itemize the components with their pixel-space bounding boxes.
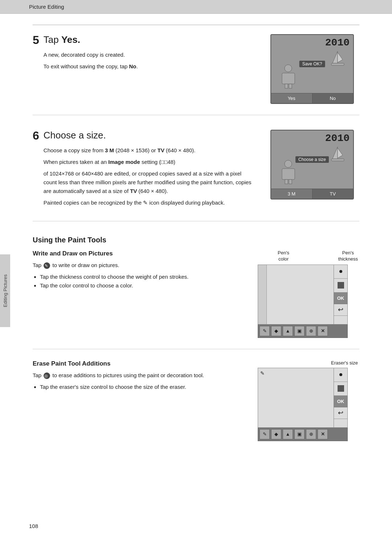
step6-title: Choose a size. xyxy=(44,130,254,141)
step6-right: 2010 Choose a size 3 M xyxy=(265,130,359,200)
step5-btn-yes[interactable]: Yes xyxy=(271,93,313,103)
step5-right: 2010 Save OK? xyxy=(265,34,359,104)
svg-point-0 xyxy=(285,65,292,72)
toolbar-close[interactable]: ✕ xyxy=(318,326,328,336)
erase-inner: Erase Paint Tool Additions Tap to erase … xyxy=(33,360,359,441)
step5-btn-no[interactable]: No xyxy=(313,93,354,103)
page-number: 108 xyxy=(29,523,38,529)
side-tab-label: Editing Pictures xyxy=(3,274,8,307)
erase-diagram: Eraser's size ✎ xyxy=(258,360,359,441)
step6-body2: When pictures taken at an Image mode set… xyxy=(44,158,254,166)
erase-undo-button[interactable]: ↩ xyxy=(334,407,347,419)
erase-bullet1: Tap the eraser's size control to choose … xyxy=(40,383,247,391)
svg-rect-10 xyxy=(289,180,292,184)
step5-screen-label: Save OK? xyxy=(299,61,325,67)
ok-button[interactable]: OK xyxy=(334,293,347,304)
thickness-dot-small[interactable] xyxy=(334,265,347,279)
svg-rect-8 xyxy=(282,169,295,180)
erase-bullet-list: Tap the eraser's size control to choose … xyxy=(40,383,247,391)
paint-tools-section: Using the Paint Tools Write and Draw on … xyxy=(33,236,359,349)
step5-body1: A new, decorated copy is created. xyxy=(44,51,138,59)
step6-left: 6 Choose a size. Choose a copy size from… xyxy=(33,130,265,210)
erase-ok-button[interactable]: OK xyxy=(334,396,347,407)
step6-year: 2010 xyxy=(325,133,350,144)
step6-body: Choose a copy size from 3 M (2048 × 1536… xyxy=(44,146,254,207)
svg-marker-4 xyxy=(332,51,338,63)
toolbar-zoom[interactable]: ⊕ xyxy=(306,326,316,336)
main-content: 5 Tap Yes. A new, decorated copy is crea… xyxy=(18,14,374,452)
erase-canvas: ✎ xyxy=(258,368,334,428)
eraser-size-dot[interactable] xyxy=(334,368,347,382)
svg-rect-1 xyxy=(282,73,295,84)
step5-title: Tap Yes. xyxy=(44,34,138,45)
step6-buttons: 3 M TV xyxy=(271,189,353,199)
paint-canvas: ✎ xyxy=(258,265,334,325)
step6-section: 6 Choose a size. Choose a copy size from… xyxy=(33,130,359,221)
toolbar-frame[interactable]: ▣ xyxy=(294,326,305,336)
top-divider xyxy=(33,25,359,25)
step5-title-text: Tap xyxy=(44,34,61,45)
write-draw-body: Tap to write or draw on pictures. Tap th… xyxy=(33,261,247,290)
paint-tools-text: Write and Draw on Pictures Tap to write … xyxy=(33,250,247,290)
step5-left: 5 Tap Yes. A new, decorated copy is crea… xyxy=(33,34,265,74)
step6-body4: Painted copies can be recognized by the … xyxy=(44,198,254,207)
step6-screen-inner: 2010 Choose a size xyxy=(271,130,353,189)
erase-toolbar-close[interactable]: ✕ xyxy=(318,429,328,439)
paint-tools-title: Using the Paint Tools xyxy=(33,236,359,244)
paint-canvas-area: ✎ OK xyxy=(258,265,359,325)
write-body1: Tap to write or draw on pictures. xyxy=(33,261,247,270)
step6-btn-3m[interactable]: 3 M xyxy=(271,189,313,199)
erase-canvas-pen-icon: ✎ xyxy=(260,370,265,376)
erase-toolbar-pen[interactable]: ✎ xyxy=(260,429,270,439)
step6-body3: of 1024×768 or 640×480 are edited, or cr… xyxy=(44,169,254,196)
eraser-size-label: Eraser's size xyxy=(258,360,359,366)
svg-rect-6 xyxy=(331,63,344,65)
erase-toolbar-eraser[interactable]: ◆ xyxy=(271,429,281,439)
write-bullet2: Tap the color control to choose a color. xyxy=(40,281,247,290)
step5-figure xyxy=(278,64,298,89)
svg-marker-5 xyxy=(338,52,343,63)
svg-rect-13 xyxy=(331,159,344,161)
color-bar xyxy=(258,265,267,324)
step5-body2: To exit without saving the copy, tap No. xyxy=(44,62,138,71)
thickness-square-large[interactable] xyxy=(334,279,347,293)
step5-camera-screen: 2010 Save OK? xyxy=(270,34,354,104)
step5-year: 2010 xyxy=(325,37,350,48)
erase-body1: Tap to erase additions to pictures using… xyxy=(33,371,247,380)
svg-rect-3 xyxy=(289,84,292,88)
step5-title-bold: Yes. xyxy=(61,34,80,45)
step5-body: A new, decorated copy is created. To exi… xyxy=(44,51,138,71)
toolbar-stamp[interactable]: ▲ xyxy=(283,326,293,336)
label-pens-color: Pen's color xyxy=(278,250,289,262)
write-draw-title: Write and Draw on Pictures xyxy=(33,250,247,257)
paint-sidebar: OK ↩ xyxy=(334,265,348,325)
label-pens-thickness: Pen's thickness xyxy=(338,250,358,262)
svg-marker-12 xyxy=(338,148,343,158)
erase-toolbar-frame[interactable]: ▣ xyxy=(294,429,305,439)
erase-body: Tap to erase additions to pictures using… xyxy=(33,371,247,391)
write-bullet-list: Tap the thickness control to choose the … xyxy=(40,273,247,290)
undo-button[interactable]: ↩ xyxy=(334,304,347,316)
eraser-size-square[interactable] xyxy=(334,382,347,396)
erase-section: Erase Paint Tool Additions Tap to erase … xyxy=(33,360,359,441)
step5-sailboat xyxy=(330,49,346,68)
step6-sailboat xyxy=(330,145,346,163)
paint-tools-diagram: Pen's color Pen's thickness ✎ xyxy=(258,250,359,338)
toolbar-eraser[interactable]: ◆ xyxy=(271,326,281,336)
pen-icon-inline xyxy=(44,262,50,269)
step6-btn-tv[interactable]: TV xyxy=(313,189,354,199)
step5-screen-inner: 2010 Save OK? xyxy=(271,35,353,93)
toolbar-pen[interactable]: ✎ xyxy=(260,326,270,336)
step5-header: 5 Tap Yes. A new, decorated copy is crea… xyxy=(33,34,254,74)
paint-toolbar: ✎ ◆ ▲ ▣ ⊕ ✕ xyxy=(258,325,348,338)
step6-figure xyxy=(278,160,298,185)
step5-buttons: Yes No xyxy=(271,93,353,103)
erase-toolbar-stamp[interactable]: ▲ xyxy=(283,429,293,439)
erase-toolbar: ✎ ◆ ▲ ▣ ⊕ ✕ xyxy=(258,428,348,441)
erase-title: Erase Paint Tool Additions xyxy=(33,360,247,367)
svg-marker-11 xyxy=(332,147,338,159)
step6-header: 6 Choose a size. Choose a copy size from… xyxy=(33,130,254,210)
erase-sidebar: OK ↩ xyxy=(334,368,348,428)
erase-toolbar-zoom[interactable]: ⊕ xyxy=(306,429,316,439)
eraser-icon-inline xyxy=(44,372,50,379)
